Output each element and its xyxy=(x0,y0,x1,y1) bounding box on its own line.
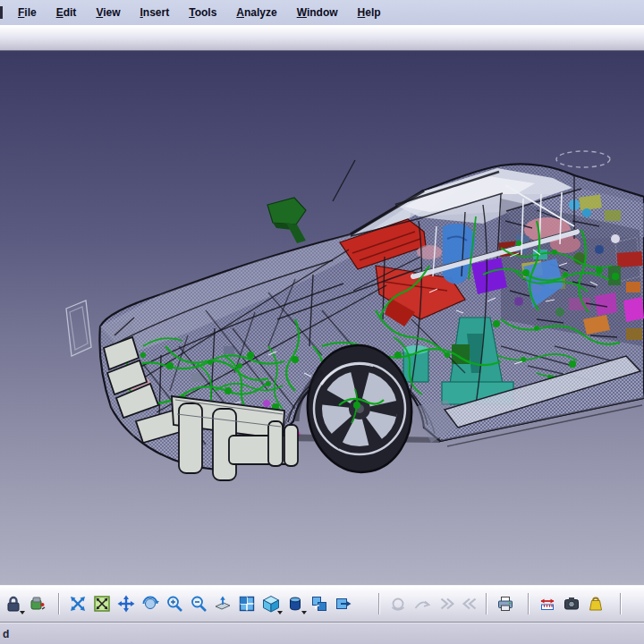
catia-window: FileEditViewInsertToolsAnalyzeWindowHelp xyxy=(0,0,644,644)
toolbar-strip xyxy=(0,25,644,51)
normal-view-button[interactable] xyxy=(212,593,233,614)
normal-view-icon xyxy=(214,595,232,613)
fly-mode-button[interactable] xyxy=(67,593,89,614)
print-button[interactable] xyxy=(495,593,516,614)
inertia-icon xyxy=(587,595,605,613)
zoom-out-button[interactable] xyxy=(188,593,209,614)
zoom-in-button[interactable] xyxy=(164,593,185,614)
accelerate-icon-disabled xyxy=(437,595,455,613)
dropdown-arrow-icon[interactable] xyxy=(301,611,307,614)
toolbar-separator xyxy=(528,593,530,614)
menu-bar: FileEditViewInsertToolsAnalyzeWindowHelp xyxy=(0,0,644,25)
turn-head-disabled-button[interactable] xyxy=(387,593,409,614)
toolbar-separator xyxy=(620,593,622,614)
menu-help[interactable]: Help xyxy=(348,4,391,21)
rotate-button[interactable] xyxy=(140,593,161,614)
status-bar: d xyxy=(0,623,644,644)
menu-file[interactable]: File xyxy=(8,4,47,21)
rotate-icon xyxy=(141,595,159,613)
zoom-out-icon xyxy=(190,595,208,613)
accelerate-disabled-button[interactable] xyxy=(436,593,457,614)
menu-analyze[interactable]: Analyze xyxy=(226,4,286,21)
iso-view-button[interactable] xyxy=(260,593,282,614)
fly-path-icon-disabled xyxy=(413,595,431,613)
measure-button[interactable] xyxy=(537,593,558,614)
fly-mode-icon xyxy=(69,595,87,613)
hide-show-button[interactable] xyxy=(309,593,330,614)
capture-icon xyxy=(563,595,580,613)
menu-edit[interactable]: Edit xyxy=(47,4,87,21)
render-style-button[interactable] xyxy=(284,593,306,614)
window-edge-icon xyxy=(0,6,3,19)
bottom-toolbar xyxy=(0,585,644,623)
menu-view[interactable]: View xyxy=(86,4,130,21)
measure-icon xyxy=(538,595,556,613)
print-icon xyxy=(496,595,514,613)
quick-view-icon xyxy=(238,595,256,613)
hide-show-icon xyxy=(310,595,328,613)
menu-insert[interactable]: Insert xyxy=(131,4,180,21)
toolbar-separator xyxy=(378,593,380,614)
pan-icon xyxy=(117,595,135,613)
render-style-icon xyxy=(286,595,304,613)
menu-tools[interactable]: Tools xyxy=(179,4,226,21)
fly-path-disabled-button[interactable] xyxy=(411,593,433,614)
dropdown-arrow-icon[interactable] xyxy=(277,611,283,614)
decelerate-disabled-button[interactable] xyxy=(460,593,481,614)
toolbar-separator xyxy=(486,593,487,614)
menu-items: FileEditViewInsertToolsAnalyzeWindowHelp xyxy=(8,4,391,21)
workbench-icon xyxy=(29,595,47,613)
lock-button[interactable] xyxy=(3,593,24,614)
dropdown-arrow-icon[interactable] xyxy=(20,611,25,614)
fit-all-icon xyxy=(93,595,111,613)
toolbar-separator xyxy=(58,593,60,614)
zoom-in-icon xyxy=(165,595,183,613)
quick-view-button[interactable] xyxy=(236,593,258,614)
3d-viewport[interactable] xyxy=(0,51,644,585)
pan-button[interactable] xyxy=(115,593,137,614)
fit-all-button[interactable] xyxy=(91,593,113,614)
decelerate-icon-disabled xyxy=(462,595,479,613)
menu-window[interactable]: Window xyxy=(287,4,348,21)
iso-view-icon xyxy=(262,595,280,613)
capture-button[interactable] xyxy=(561,593,582,614)
status-text: d xyxy=(3,628,9,640)
workbench-button[interactable] xyxy=(27,593,48,614)
lock-icon xyxy=(5,595,21,613)
turn-head-icon-disabled xyxy=(389,595,407,613)
swap-space-button[interactable] xyxy=(333,593,354,614)
swap-space-icon xyxy=(335,595,352,613)
inertia-button[interactable] xyxy=(585,593,606,614)
